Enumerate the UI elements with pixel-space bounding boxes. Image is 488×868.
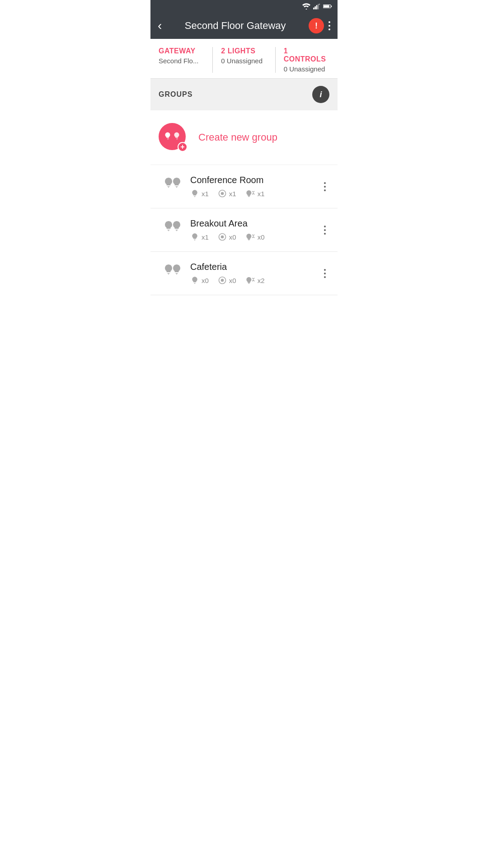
group-item[interactable]: Cafeteria x0 x0 — [150, 252, 338, 295]
tab-gateway-sublabel: Second Flo... — [159, 57, 198, 65]
group-icon — [159, 176, 182, 197]
tab-lights-label: 2 LIGHTS — [221, 47, 255, 55]
more-dot-1 — [328, 21, 330, 23]
tab-controls-sublabel: 0 Unassigned — [284, 65, 325, 73]
switch-icon — [245, 276, 255, 285]
group-stats: x1 x1 x1 — [190, 189, 312, 198]
page-title: Second Floor Gateway — [162, 20, 309, 32]
group-more-dot-3 — [324, 189, 326, 191]
svg-point-11 — [221, 236, 224, 239]
tab-gateway-label: GATEWAY — [159, 47, 196, 55]
svg-rect-9 — [248, 196, 250, 196]
group-more-dot-2 — [324, 229, 326, 231]
group-name: Cafeteria — [190, 262, 312, 272]
group-stats: x1 x0 x0 — [190, 232, 312, 241]
info-icon: i — [319, 90, 322, 99]
group-more-dot-3 — [324, 233, 326, 235]
svg-point-8 — [221, 192, 224, 195]
group-info: Conference Room x1 x1 — [190, 175, 312, 198]
switches-stat: x1 — [245, 189, 265, 198]
groups-section-title: GROUPS — [159, 90, 192, 99]
group-item[interactable]: Breakout Area x1 x0 — [150, 208, 338, 252]
group-more-dot-1 — [324, 226, 326, 227]
status-bar: x — [150, 0, 338, 13]
group-icon — [159, 263, 182, 284]
group-list: Conference Room x1 x1 — [150, 165, 338, 295]
create-group-label: Create new group — [198, 132, 277, 143]
svg-text:x: x — [319, 3, 320, 5]
switches-stat: x2 — [245, 276, 265, 285]
bulb-group-icon — [164, 132, 181, 142]
switch-icon — [245, 232, 255, 241]
header: ‹ Second Floor Gateway ! — [150, 13, 338, 39]
group-more-dot-2 — [324, 273, 326, 274]
lights-stat: x0 — [190, 276, 209, 285]
signal-icon: x — [313, 3, 320, 9]
svg-rect-2 — [316, 5, 318, 9]
tab-controls-label: 1 CONTROLS — [284, 47, 329, 63]
group-name: Conference Room — [190, 175, 312, 185]
group-more-dot-2 — [324, 186, 326, 188]
group-more-dot-1 — [324, 269, 326, 271]
group-more-button[interactable] — [320, 222, 329, 238]
plus-badge: + — [178, 142, 188, 152]
group-icon — [159, 220, 182, 241]
tab-gateway[interactable]: GATEWAY Second Flo... — [150, 47, 213, 73]
svg-rect-7 — [324, 5, 329, 8]
info-button[interactable]: i — [312, 86, 329, 103]
svg-rect-13 — [248, 240, 249, 240]
sensors-stat: x0 — [218, 276, 236, 285]
tab-bar: GATEWAY Second Flo... 2 LIGHTS 0 Unassig… — [150, 39, 338, 79]
header-actions: ! — [309, 18, 330, 33]
group-stats: x0 x0 x2 — [190, 276, 312, 285]
tab-controls[interactable]: 1 CONTROLS 0 Unassigned — [276, 47, 338, 73]
svg-rect-1 — [314, 6, 316, 9]
groups-header: GROUPS i — [150, 79, 338, 110]
more-dot-3 — [328, 28, 330, 30]
group-more-dot-1 — [324, 182, 326, 184]
bulb-icon-left — [164, 132, 172, 142]
svg-rect-0 — [313, 8, 314, 9]
svg-rect-16 — [248, 283, 249, 283]
bulb-icon-right — [173, 132, 181, 142]
group-more-button[interactable] — [320, 265, 329, 282]
group-info: Breakout Area x1 x0 — [190, 218, 312, 241]
group-info: Cafeteria x0 x0 — [190, 262, 312, 285]
battery-icon — [323, 4, 332, 9]
create-group-icon: + — [159, 123, 188, 152]
more-menu-button[interactable] — [328, 21, 330, 30]
lights-stat: x1 — [190, 189, 209, 198]
wifi-icon — [302, 3, 310, 9]
alert-badge[interactable]: ! — [309, 18, 324, 33]
lights-stat: x1 — [190, 232, 209, 241]
svg-rect-10 — [248, 196, 249, 197]
sensors-stat: x0 — [218, 232, 236, 241]
group-item[interactable]: Conference Room x1 x1 — [150, 165, 338, 208]
sensors-stat: x1 — [218, 189, 236, 198]
tab-lights[interactable]: 2 LIGHTS 0 Unassigned — [213, 47, 275, 73]
create-group-button[interactable]: + Create new group — [150, 110, 338, 165]
switch-icon — [245, 189, 255, 198]
back-button[interactable]: ‹ — [158, 19, 162, 32]
more-dot-2 — [328, 25, 330, 27]
switches-stat: x0 — [245, 232, 265, 241]
svg-point-14 — [221, 279, 224, 282]
tab-lights-sublabel: 0 Unassigned — [221, 57, 263, 65]
group-more-dot-3 — [324, 276, 326, 278]
svg-rect-6 — [331, 6, 332, 7]
svg-rect-12 — [248, 239, 250, 240]
group-name: Breakout Area — [190, 218, 312, 229]
svg-rect-15 — [248, 283, 250, 283]
group-more-button[interactable] — [320, 179, 329, 195]
